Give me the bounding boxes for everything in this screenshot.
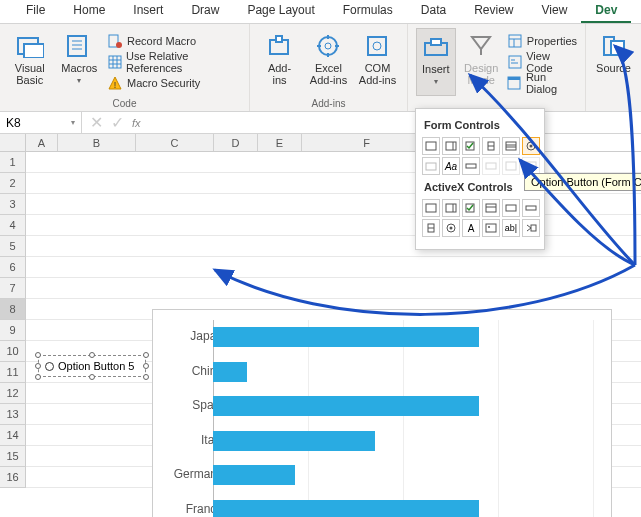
row-header[interactable]: 15 <box>0 446 26 467</box>
tab-data[interactable]: Data <box>407 0 460 23</box>
design-mode-button[interactable]: DesignMode <box>462 28 501 96</box>
view-code-button[interactable]: View Code <box>507 53 577 71</box>
row-header[interactable]: 5 <box>0 236 26 257</box>
form-listbox-icon[interactable] <box>502 137 520 155</box>
macros-button[interactable]: Macros ▾ <box>58 28 102 96</box>
svg-rect-29 <box>509 35 521 47</box>
form-spinner-icon[interactable] <box>482 137 500 155</box>
ax-checkbox-icon[interactable] <box>462 199 480 217</box>
tab-home[interactable]: Home <box>59 0 119 23</box>
svg-rect-51 <box>466 164 476 168</box>
svg-point-49 <box>530 145 533 148</box>
form-scrollbar-icon[interactable] <box>462 157 480 175</box>
svg-rect-1 <box>24 44 44 58</box>
radio-icon <box>45 362 54 371</box>
column-header[interactable]: B <box>58 134 136 151</box>
form-option-button-icon[interactable] <box>522 137 540 155</box>
row-header[interactable]: 9 <box>0 320 26 341</box>
addins-button[interactable]: Add-ins <box>258 28 301 96</box>
tab-review[interactable]: Review <box>460 0 527 23</box>
row-header[interactable]: 8 <box>0 299 26 320</box>
fx-icon[interactable]: fx <box>132 117 141 129</box>
form-button-icon[interactable] <box>422 137 440 155</box>
tab-developer[interactable]: Dev <box>581 0 631 23</box>
tab-file[interactable]: File <box>12 0 59 23</box>
ax-label-icon[interactable]: A <box>462 219 480 237</box>
chevron-down-icon[interactable]: ▾ <box>71 118 75 127</box>
tab-insert[interactable]: Insert <box>119 0 177 23</box>
svg-rect-45 <box>506 142 516 150</box>
select-all-corner[interactable] <box>0 134 26 151</box>
svg-rect-26 <box>431 39 441 45</box>
row-header[interactable]: 2 <box>0 173 26 194</box>
form-combo-icon[interactable] <box>442 137 460 155</box>
ax-textbox-icon[interactable] <box>502 199 520 217</box>
form-textfield-icon[interactable] <box>482 157 500 175</box>
row-header[interactable]: 1 <box>0 152 26 173</box>
svg-rect-39 <box>426 142 436 150</box>
properties-button[interactable]: Properties <box>507 32 577 50</box>
form-combo-list-icon[interactable] <box>502 157 520 175</box>
visual-basic-button[interactable]: VisualBasic <box>8 28 52 96</box>
svg-rect-54 <box>526 162 536 170</box>
column-header[interactable]: A <box>26 134 58 151</box>
form-controls-heading: Form Controls <box>424 119 538 131</box>
ax-command-button-icon[interactable] <box>422 199 440 217</box>
tab-view[interactable]: View <box>528 0 582 23</box>
record-macro-button[interactable]: Record Macro <box>107 32 241 50</box>
option-button-control[interactable]: Option Button 5 <box>38 355 146 377</box>
svg-rect-53 <box>506 162 516 170</box>
insert-controls-button[interactable]: Insert ▾ <box>416 28 456 96</box>
ax-option-icon[interactable] <box>442 219 460 237</box>
svg-marker-27 <box>472 37 490 49</box>
ax-spin-icon[interactable] <box>422 219 440 237</box>
svg-rect-38 <box>611 41 624 55</box>
column-header[interactable]: D <box>214 134 258 151</box>
group-label-addins: Add-ins <box>258 96 399 109</box>
view-code-icon <box>507 54 522 70</box>
properties-icon <box>507 33 523 49</box>
row-header[interactable]: 12 <box>0 383 26 404</box>
form-checkbox-icon[interactable] <box>462 137 480 155</box>
macro-security-button[interactable]: ! Macro Security <box>107 74 241 92</box>
svg-point-66 <box>450 227 453 230</box>
row-header[interactable]: 3 <box>0 194 26 215</box>
ax-image-icon[interactable] <box>482 219 500 237</box>
run-dialog-button[interactable]: Run Dialog <box>507 74 577 92</box>
form-groupbox-icon[interactable] <box>422 157 440 175</box>
bar-chart[interactable]: 05101520JapanChinaSpainItalyGermanyFranc… <box>152 309 612 517</box>
row-header[interactable]: 16 <box>0 467 26 488</box>
excel-addins-button[interactable]: ExcelAdd-ins <box>307 28 350 96</box>
row-header[interactable]: 14 <box>0 425 26 446</box>
enter-icon: ✓ <box>111 113 124 132</box>
row-header[interactable]: 7 <box>0 278 26 299</box>
ax-scrollbar-icon[interactable] <box>522 199 540 217</box>
source-button[interactable]: Source <box>594 28 633 96</box>
form-label-icon[interactable]: Aa <box>442 157 460 175</box>
com-addins-button[interactable]: COMAdd-ins <box>356 28 399 96</box>
ax-listbox-icon[interactable] <box>482 199 500 217</box>
row-header[interactable]: 4 <box>0 215 26 236</box>
cancel-icon: ✕ <box>90 113 103 132</box>
name-box[interactable]: K8 ▾ <box>0 112 82 133</box>
column-header[interactable]: F <box>302 134 432 151</box>
row-header[interactable]: 11 <box>0 362 26 383</box>
row-header[interactable]: 13 <box>0 404 26 425</box>
svg-point-24 <box>373 42 381 50</box>
svg-rect-67 <box>486 224 496 232</box>
ax-toggle-icon[interactable]: ab| <box>502 219 520 237</box>
tab-formulas[interactable]: Formulas <box>329 0 407 23</box>
run-dialog-icon <box>507 75 522 91</box>
row-header[interactable]: 10 <box>0 341 26 362</box>
ax-combo-icon[interactable] <box>442 199 460 217</box>
column-header[interactable]: C <box>136 134 214 151</box>
relative-refs-icon <box>107 54 122 70</box>
row-header[interactable]: 6 <box>0 257 26 278</box>
activex-controls-heading: ActiveX Controls <box>424 181 538 193</box>
column-header[interactable]: E <box>258 134 302 151</box>
tab-page-layout[interactable]: Page Layout <box>233 0 328 23</box>
ax-more-icon[interactable] <box>522 219 540 237</box>
tab-draw[interactable]: Draw <box>177 0 233 23</box>
activex-controls-grid: A ab| <box>422 199 538 237</box>
use-relative-references-button[interactable]: Use Relative References <box>107 53 241 71</box>
